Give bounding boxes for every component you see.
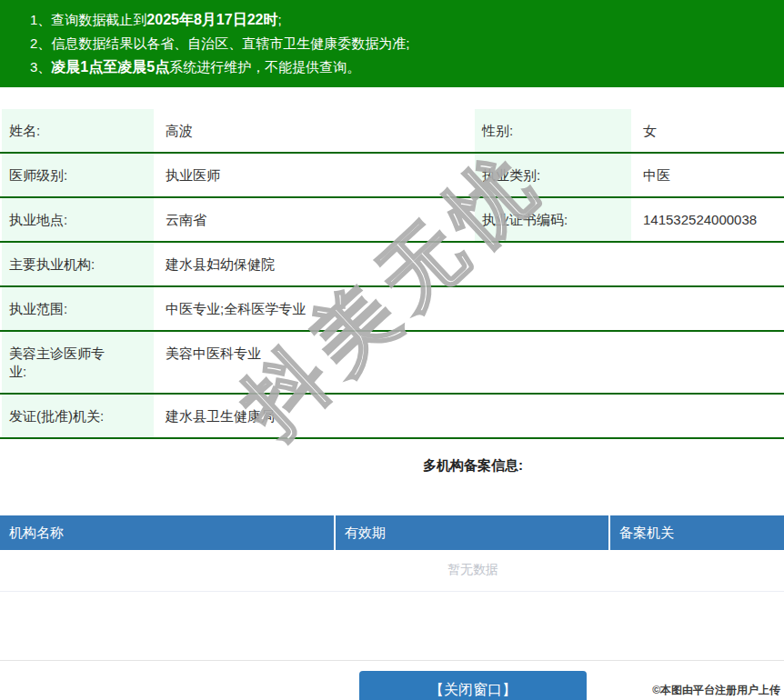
notice-3-bold: 凌晨1点至凌晨5点 — [51, 59, 169, 75]
field-value-issuing-authority: 建水县卫生健康局 — [154, 394, 784, 438]
query-result-page: 1、查询数据截止到2025年8月17日22时; 2、信息数据结果以各省、自治区、… — [0, 0, 784, 700]
table-row: 执业范围: 中医专业;全科医学专业 — [1, 286, 784, 331]
org-table-header-row: 机构名称 有效期 备案机关 — [0, 515, 784, 550]
field-label-practice-scope: 执业范围: — [1, 286, 154, 331]
notice-2-text: 信息数据结果以各省、自治区、直辖市卫生健康委数据为准; — [51, 35, 409, 51]
table-row: 美容主诊医师专业: 美容中医科专业 — [1, 331, 784, 394]
notice-1-number: 1、 — [30, 12, 51, 27]
copyright-watermark: ©本图由平台注册用户上传 — [652, 683, 780, 698]
table-row: 医师级别: 执业医师 执业类别: 中医 — [1, 153, 784, 197]
field-value-main-institution: 建水县妇幼保健院 — [154, 242, 784, 286]
table-row: 发证(批准)机关: 建水县卫生健康局 — [1, 394, 784, 438]
notice-line-3: 3、凌晨1点至凌晨5点系统进行维护，不能提供查询。 — [30, 55, 784, 79]
notice-1-bold: 2025年8月17日22时 — [146, 12, 277, 27]
close-window-button[interactable]: 【关闭窗口】 — [359, 671, 587, 700]
empty-data-text: 暂无数据 — [0, 550, 784, 592]
table-row: 姓名: 高波 性别: 女 — [1, 109, 784, 153]
notice-3-suffix: 系统进行维护，不能提供查询。 — [169, 59, 360, 75]
field-value-practice-location: 云南省 — [154, 197, 474, 242]
field-label-gender: 性别: — [474, 109, 631, 153]
table-row: 主要执业机构: 建水县妇幼保健院 — [1, 242, 784, 286]
field-label-practice-category: 执业类别: — [474, 153, 631, 197]
notice-line-2: 2、信息数据结果以各省、自治区、直辖市卫生健康委数据为准; — [30, 32, 784, 55]
field-label-name: 姓名: — [1, 109, 154, 153]
notice-banner: 1、查询数据截止到2025年8月17日22时; 2、信息数据结果以各省、自治区、… — [0, 0, 784, 87]
field-value-cosmetic-specialty: 美容中医科专业 — [154, 331, 784, 394]
org-header-filing-authority: 备案机关 — [609, 515, 784, 550]
notice-2-number: 2、 — [30, 35, 51, 51]
field-value-name: 高波 — [154, 109, 474, 153]
field-value-practice-scope: 中医专业;全科医学专业 — [154, 286, 784, 331]
field-value-certificate-number: 141532524000038 — [631, 197, 784, 242]
field-value-doctor-level: 执业医师 — [154, 153, 474, 197]
field-label-cosmetic-specialty: 美容主诊医师专业: — [1, 331, 154, 394]
field-value-gender: 女 — [631, 109, 784, 153]
field-label-main-institution: 主要执业机构: — [1, 242, 154, 286]
org-table-empty-row: 暂无数据 — [0, 550, 784, 592]
table-row: 执业地点: 云南省 执业证书编码: 141532524000038 — [1, 197, 784, 242]
multi-org-table: 机构名称 有效期 备案机关 暂无数据 — [0, 515, 784, 592]
multi-org-section-title: 多机构备案信息: — [0, 457, 784, 475]
physician-info-table: 姓名: 高波 性别: 女 医师级别: 执业医师 执业类别: 中医 执业地点: 云… — [0, 109, 784, 439]
result-content: 姓名: 高波 性别: 女 医师级别: 执业医师 执业类别: 中医 执业地点: 云… — [0, 109, 784, 700]
notice-1-text: 查询数据截止到 — [51, 12, 146, 27]
field-value-practice-category: 中医 — [631, 153, 784, 197]
org-header-institution-name: 机构名称 — [0, 515, 335, 550]
field-label-certificate-number: 执业证书编码: — [474, 197, 631, 242]
org-header-validity-period: 有效期 — [335, 515, 609, 550]
field-label-practice-location: 执业地点: — [1, 197, 154, 242]
field-label-issuing-authority: 发证(批准)机关: — [1, 394, 154, 438]
notice-1-suffix: ; — [277, 12, 281, 27]
field-label-doctor-level: 医师级别: — [1, 153, 154, 197]
notice-3-number: 3、 — [30, 59, 51, 75]
notice-line-1: 1、查询数据截止到2025年8月17日22时; — [30, 8, 784, 32]
